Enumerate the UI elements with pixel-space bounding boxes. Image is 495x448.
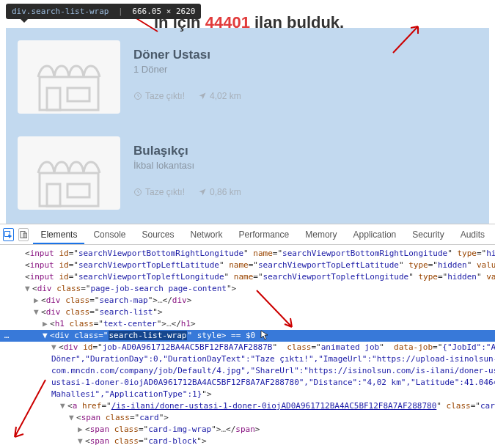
job-card[interactable]: Döner Ustası 1 Döner Taze çıktı! 4,02 km <box>18 40 477 125</box>
card-body: Döner Ustası 1 Döner Taze çıktı! 4,02 km <box>120 40 241 125</box>
dom-node[interactable]: ▼<div id="job-AD0A961712BA4AC5BF12F8A7AF… <box>0 342 495 353</box>
dom-tree[interactable]: <input id="searchViewportBottomRightLong… <box>0 245 495 448</box>
dom-node[interactable]: ▶<div class="search-map">…</div> <box>0 295 495 306</box>
device-toolbar-icon[interactable] <box>18 228 29 241</box>
storefront-icon <box>32 151 106 210</box>
clock-icon <box>133 92 142 100</box>
tab-performance[interactable]: Performance <box>232 225 297 244</box>
job-card[interactable]: Bulaşıkçı İkbal lokantası Taze çıktı! 0,… <box>18 136 477 221</box>
tab-security[interactable]: Security <box>405 225 451 244</box>
dom-node[interactable]: ▶<span class="card-img-wrap">…</span> <box>0 424 495 436</box>
devtools-panel: Elements Console Sources Network Perform… <box>0 224 495 448</box>
card-subtitle: 1 Döner <box>133 64 241 75</box>
dom-node[interactable]: <input id="searchViewportTopLeftLatitude… <box>0 260 495 271</box>
dom-node[interactable]: ▼<span class="card-block"> <box>0 436 495 447</box>
distance-badge: 0,86 km <box>198 187 241 197</box>
svg-rect-2 <box>67 88 89 101</box>
headline-suffix: ilan bulduk. <box>250 13 344 32</box>
tab-memory[interactable]: Memory <box>298 225 344 244</box>
dom-node[interactable]: ▼<div class="search-list"> <box>0 306 495 318</box>
tooltip-dimensions: 666.05 × 2620 <box>132 7 195 16</box>
card-subtitle: İkbal lokantası <box>133 160 241 171</box>
inspect-tooltip: div.search-list-wrap | 666.05 × 2620 <box>6 4 201 19</box>
fresh-badge: Taze çıktı! <box>133 91 185 101</box>
tab-network[interactable]: Network <box>183 225 230 244</box>
dom-node[interactable]: <input id="searchViewportBottomRightLong… <box>0 248 495 260</box>
dom-node-cont: Mahallesi","ApplicationType":1}"> <box>0 389 495 400</box>
location-icon <box>198 188 207 197</box>
card-image <box>18 40 120 114</box>
tab-sources[interactable]: Sources <box>134 225 181 244</box>
page-preview: div.search-list-wrap | 666.05 × 2620 in … <box>0 0 495 224</box>
dom-node-cont: Döner","DurationDay":0,"DurationDayText"… <box>0 353 495 365</box>
dom-node[interactable]: ▼<span class="card"> <box>0 412 495 424</box>
svg-rect-6 <box>67 184 89 197</box>
fresh-badge: Taze çıktı! <box>133 187 185 197</box>
svg-rect-9 <box>21 231 25 238</box>
tab-elements[interactable]: Elements <box>33 225 84 244</box>
tab-application[interactable]: Application <box>346 225 404 244</box>
tab-console[interactable]: Console <box>86 225 133 244</box>
dom-node[interactable]: ▶<h1 class="text-center">…</h1> <box>0 318 495 330</box>
dom-node-selected[interactable]: … ▼<div class="search-list-wrap" style> … <box>0 330 495 342</box>
inspect-element-icon[interactable] <box>3 228 14 241</box>
distance-badge: 4,02 km <box>198 91 241 101</box>
dom-node-cont: com.mncdn.com/company/job/Default/4.jpg"… <box>0 365 495 377</box>
tab-audits[interactable]: Audits <box>453 225 492 244</box>
headline-count: 44401 <box>205 13 250 32</box>
card-image <box>18 136 120 210</box>
dom-node[interactable]: <input id="searchViewportTopleftLongitud… <box>0 271 495 283</box>
devtools-tabbar: Elements Console Sources Network Perform… <box>0 224 495 245</box>
dom-node[interactable]: ▼<div class="page-job-search page-conten… <box>0 283 495 295</box>
card-title: Bulaşıkçı <box>133 144 241 158</box>
storefront-icon <box>32 55 106 114</box>
location-icon <box>198 92 207 100</box>
mouse-cursor-icon <box>260 330 269 342</box>
card-title: Döner Ustası <box>133 48 241 62</box>
dom-node[interactable]: ▼<a href="/is-ilani/doner-ustasi-1-doner… <box>0 400 495 412</box>
svg-rect-1 <box>47 88 60 110</box>
dom-node-cont: ustasi-1-doner-0iojAD0A961712BA4AC5BF12F… <box>0 377 495 389</box>
svg-rect-5 <box>47 184 60 206</box>
clock-icon <box>133 188 142 197</box>
tooltip-selector: div.search-list-wrap <box>12 7 109 16</box>
card-body: Bulaşıkçı İkbal lokantası Taze çıktı! 0,… <box>120 136 241 221</box>
